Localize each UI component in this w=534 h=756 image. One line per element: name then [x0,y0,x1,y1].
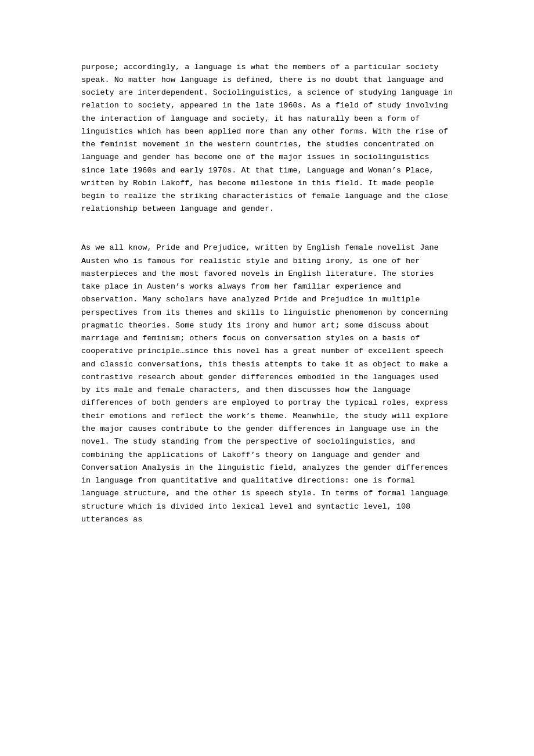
paragraph-2: As we all know, Pride and Prejudice, wri… [81,242,453,526]
page-container: purpose; accordingly, a language is what… [0,0,534,756]
paragraph-1: purpose; accordingly, a language is what… [81,61,453,216]
document-body: purpose; accordingly, a language is what… [81,35,453,552]
